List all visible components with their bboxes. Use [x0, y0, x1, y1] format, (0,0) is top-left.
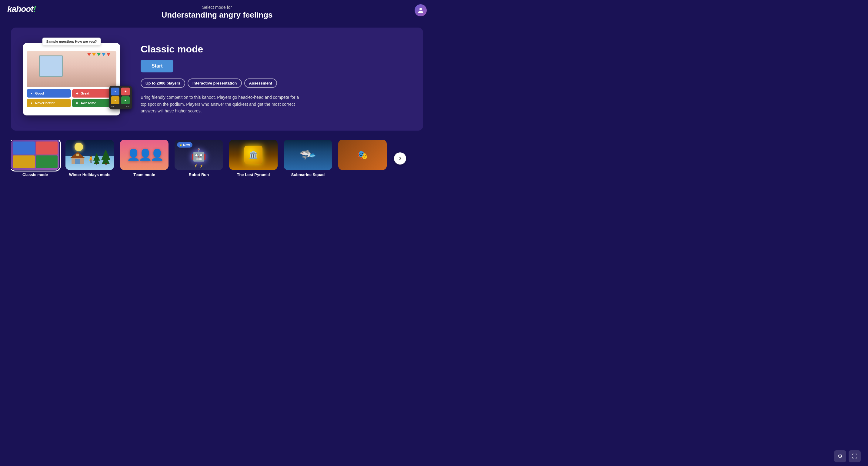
mode-thumb-extra[interactable]: 🎭 [338, 140, 387, 170]
pyramid-scene: 🏛️ [229, 140, 278, 170]
mode-thumb-submarine[interactable]: 🦈 🐟 [284, 140, 332, 170]
question-bar: Sample question: How are you? [42, 38, 101, 45]
dot-2[interactable] [71, 110, 73, 112]
star-icon: ★ [179, 143, 182, 147]
mode-thumb-robot[interactable]: ★ New 🤖 ⚡ ⚡ [175, 140, 223, 170]
chevron-right-icon [398, 156, 402, 161]
svg-rect-6 [96, 163, 97, 164]
scene-banner [87, 53, 110, 56]
answer-great-label: Great [81, 92, 89, 95]
mode-card-extra[interactable]: 🎭 [338, 140, 387, 173]
phone-footer: Mal 8035 [111, 105, 130, 107]
tablet-scene [27, 51, 116, 87]
circle-icon: ● [30, 101, 33, 105]
mode-thumb-team[interactable]: 👤👤👤 [120, 140, 168, 170]
player-score: 8035 [125, 105, 130, 107]
phone-cell-4: ■ [121, 96, 130, 104]
mode-card-team[interactable]: 👤👤👤 Team mode [120, 140, 168, 177]
tag-assessment: Assessment [244, 79, 277, 88]
new-badge: ★ New [177, 142, 192, 148]
triangle-icon: ▲ [30, 92, 33, 95]
logo[interactable]: kahoot! [7, 4, 36, 14]
answer-awesome-label: Awesome [81, 101, 96, 105]
flag-2 [92, 53, 96, 56]
robot-emoji: 🤖 [191, 148, 207, 162]
phone-preview: ▲ ◆ ● ■ Mal 8035 [109, 86, 132, 110]
phone-cell-3: ● [111, 96, 119, 104]
modes-scroll: Classic mode [11, 140, 423, 177]
svg-rect-3 [105, 163, 107, 164]
tag-players: Up to 2000 players [141, 79, 185, 88]
classic-mini-grid [11, 140, 59, 170]
answer-never-better-label: Never better [35, 101, 55, 105]
start-button[interactable]: Start [141, 60, 173, 72]
fish-emoji: 🐟 [309, 151, 317, 158]
logo-text: kahoot! [7, 4, 36, 13]
mode-label-robot: Robot Run [189, 173, 209, 177]
robot-label: ⚡ ⚡ [194, 164, 204, 167]
extra-emoji: 🎭 [357, 150, 368, 160]
mode-card-submarine[interactable]: 🦈 🐟 Submarine Squad [284, 140, 332, 177]
flag-5 [107, 53, 110, 56]
avatar[interactable] [414, 4, 427, 17]
mini-cell-2 [36, 142, 58, 155]
square-icon: ■ [75, 101, 79, 105]
new-badge-label: New [183, 143, 190, 147]
preview-area: Sample question: How are you? ▲ Good ◆ [23, 43, 126, 116]
diamond-icon: ◆ [75, 92, 79, 95]
answer-good-label: Good [35, 92, 44, 95]
tag-presentation: Interactive presentation [188, 79, 242, 88]
mode-label-pyramid: The Lost Pyramid [237, 173, 270, 177]
answer-good: ▲ Good [27, 89, 71, 98]
mode-label-classic: Classic mode [23, 173, 48, 177]
submarine-scene: 🦈 🐟 [284, 140, 332, 170]
dot-1[interactable] [67, 110, 69, 112]
mini-cell-1 [13, 142, 35, 155]
header-center: Select mode for Understanding angry feel… [161, 5, 273, 20]
next-arrow-button[interactable] [394, 152, 406, 164]
flag-4 [102, 53, 105, 56]
mini-cell-4 [36, 155, 58, 168]
mode-label-submarine: Submarine Squad [291, 173, 325, 177]
mode-thumb-pyramid[interactable]: 🏛️ [229, 140, 278, 170]
modes-bar: Classic mode [0, 134, 434, 184]
mode-thumb-classic[interactable] [11, 140, 59, 170]
mode-title: Classic mode [141, 43, 411, 55]
mini-cell-3 [13, 155, 35, 168]
pyramid-gold: 🏛️ [244, 146, 262, 164]
mode-description: Bring friendly competition to this kahoo… [141, 94, 304, 114]
winter-tree-svg [101, 149, 110, 164]
mode-card-robot[interactable]: ★ New 🤖 ⚡ ⚡ Robot Run [175, 140, 223, 177]
player-name: Mal [111, 105, 114, 107]
scene-window [39, 56, 63, 77]
flag-1 [87, 53, 91, 56]
mode-label-team: Team mode [133, 173, 155, 177]
tags-container: Up to 2000 players Interactive presentat… [141, 79, 411, 88]
dot-3[interactable] [74, 110, 77, 112]
flag-3 [97, 53, 101, 56]
winter-house-svg [70, 151, 85, 164]
header: kahoot! Select mode for Understanding an… [0, 0, 434, 25]
person-emoji: 🧍 [87, 155, 95, 163]
dot-indicators [27, 110, 116, 112]
mode-thumb-winter[interactable]: 🧍 [65, 140, 114, 170]
phone-grid: ▲ ◆ ● ■ [111, 88, 130, 104]
phone-cell-2: ◆ [121, 88, 130, 95]
logo-bang: ! [33, 4, 36, 13]
winter-moon [74, 143, 83, 151]
mode-card-pyramid[interactable]: 🏛️ The Lost Pyramid [229, 140, 278, 177]
answer-grid: ▲ Good ◆ Great ● Never better ■ Awesome [27, 89, 116, 107]
winter-scene: 🧍 [65, 140, 114, 170]
tablet-preview: Sample question: How are you? ▲ Good ◆ [23, 43, 120, 116]
svg-rect-9 [75, 159, 80, 164]
team-silhouettes: 👤👤👤 [127, 149, 162, 161]
answer-never-better: ● Never better [27, 99, 71, 107]
main-card: Sample question: How are you? ▲ Good ◆ [11, 28, 423, 131]
mode-card-winter[interactable]: 🧍 Winter Holidays mode [65, 140, 114, 177]
mode-card-classic[interactable]: Classic mode [11, 140, 59, 177]
mode-info: Classic mode Start Up to 2000 players In… [141, 43, 411, 114]
svg-point-0 [420, 8, 422, 10]
mode-label-winter: Winter Holidays mode [69, 173, 110, 177]
phone-cell-1: ▲ [111, 88, 119, 95]
svg-rect-10 [76, 154, 79, 156]
